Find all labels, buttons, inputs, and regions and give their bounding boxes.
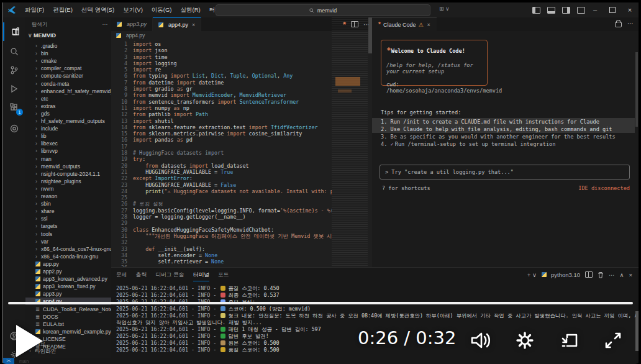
customize-layout-icon[interactable] bbox=[577, 7, 585, 14]
git-branch[interactable]: main bbox=[19, 359, 29, 363]
fullscreen-icon[interactable] bbox=[600, 327, 626, 353]
toggle-primary-sidebar-icon[interactable] bbox=[532, 7, 540, 14]
explorer-item[interactable]: ›targets bbox=[25, 222, 111, 230]
claude-input[interactable]: > Try "create a util logging.py that..." bbox=[380, 165, 630, 180]
explorer-item[interactable]: ›.gradio bbox=[25, 42, 111, 50]
explorer-item[interactable]: app.py bbox=[25, 260, 111, 268]
explorer-item[interactable]: ›libnvvp bbox=[25, 147, 111, 155]
panel-tab[interactable]: 포트 bbox=[218, 268, 229, 281]
tip-item: 3. Be as specific as you would with anot… bbox=[372, 133, 635, 140]
explorer-item[interactable]: ›man bbox=[25, 155, 111, 163]
search-view-icon[interactable] bbox=[3, 42, 25, 61]
panel-more-icon[interactable]: ⋯ bbox=[609, 271, 615, 278]
terminal-scrollbar[interactable] bbox=[635, 311, 639, 351]
code-line: 32 bbox=[111, 239, 332, 245]
extensions-icon[interactable]: 1 bbox=[3, 98, 25, 117]
settings-icon[interactable] bbox=[512, 327, 538, 353]
explorer-item[interactable]: ›cmake bbox=[25, 57, 111, 65]
panel-tab[interactable]: 출력 bbox=[136, 268, 147, 281]
code-area[interactable]: 1import os2import json3import time4impor… bbox=[111, 41, 332, 267]
editor-tab[interactable]: app3.py bbox=[111, 17, 153, 31]
split-terminal-icon[interactable] bbox=[585, 271, 593, 278]
claude-terminal[interactable]: *Welcome to Claude Code! /help for help,… bbox=[372, 31, 639, 267]
explorer-item[interactable]: ›share bbox=[25, 207, 111, 215]
menu-item[interactable]: 이동(G) bbox=[147, 6, 176, 13]
remote-tool-icon[interactable] bbox=[3, 119, 25, 138]
lock-icon[interactable] bbox=[615, 22, 622, 27]
explorer-item[interactable]: ›memvid_outputs bbox=[25, 163, 111, 170]
close-panel-icon[interactable]: × bbox=[629, 271, 632, 278]
explorer-item[interactable]: ›hf_safety_memvid_outputs bbox=[25, 117, 111, 125]
explorer-item[interactable]: ›x86_64-conda-linux-gnu bbox=[25, 253, 111, 260]
volume-icon[interactable] bbox=[467, 327, 493, 353]
menu-item[interactable]: 보기(V) bbox=[119, 6, 147, 13]
explorer-item[interactable]: ›sbin bbox=[25, 200, 111, 207]
menu-item[interactable]: 실행(R) bbox=[176, 6, 205, 13]
explorer-item[interactable]: ›var bbox=[25, 238, 111, 245]
explorer-item[interactable]: app3_korean_fixed.py bbox=[25, 283, 111, 290]
explorer-more-icon[interactable]: ⋯ bbox=[102, 21, 108, 29]
explorer-item[interactable]: ›compiler_compat bbox=[25, 65, 111, 72]
command-center-search[interactable]: memvid bbox=[216, 4, 430, 16]
trash-icon[interactable] bbox=[598, 271, 604, 278]
maximize-panel-icon[interactable]: ∧ bbox=[619, 271, 624, 278]
explorer-item[interactable]: ›compute-sanitizer bbox=[25, 72, 111, 80]
explorer-item[interactable]: ›tools bbox=[25, 230, 111, 238]
editor-group[interactable]: app3.pyapp4.py× * ⋯ app4.py 1import os2i… bbox=[111, 17, 372, 267]
menu-item[interactable]: 파일(F) bbox=[20, 6, 48, 13]
play-button[interactable] bbox=[16, 325, 43, 357]
explorer-item[interactable]: app3_korean_advanced.py bbox=[25, 275, 111, 283]
panel-tab[interactable]: 문제 bbox=[116, 268, 127, 281]
source-control-icon[interactable] bbox=[3, 61, 25, 80]
claude-more-icon[interactable]: ⋯ bbox=[627, 20, 634, 27]
claude-scrollbar[interactable] bbox=[635, 52, 638, 127]
explorer-icon[interactable] bbox=[3, 22, 27, 41]
explorer-item[interactable]: ›libexec bbox=[25, 140, 111, 147]
menu-item[interactable]: 편집(E) bbox=[48, 6, 77, 13]
profile-dropdown-icon[interactable]: ⊞ ∨ bbox=[439, 6, 450, 12]
panel-tab[interactable]: 터미널 bbox=[193, 268, 209, 281]
ide-status: IDE disconnected bbox=[578, 185, 630, 191]
file-icon: ≣ bbox=[35, 306, 41, 313]
minimap[interactable] bbox=[332, 17, 368, 267]
explorer-item[interactable]: ›lib bbox=[25, 132, 111, 140]
explorer-item[interactable]: ›gds bbox=[25, 110, 111, 117]
video-progress-bar[interactable] bbox=[8, 302, 633, 304]
explorer-item[interactable]: ≣CUDA_Toolkit_Release_Notes.txt bbox=[25, 306, 111, 313]
explorer-root[interactable]: ∨MEMVID bbox=[28, 32, 111, 39]
explorer-item[interactable]: ›ssl bbox=[25, 215, 111, 222]
explorer-item[interactable]: ›conda-meta bbox=[25, 80, 111, 88]
tab-close-icon[interactable]: × bbox=[192, 22, 195, 28]
toggle-secondary-sidebar-icon[interactable] bbox=[562, 7, 570, 14]
chevron-right-icon: › bbox=[35, 140, 41, 147]
explorer-item[interactable]: ›enhanced_hf_safety_memvid_outp... bbox=[25, 88, 111, 95]
explorer-item[interactable]: ›nsight-compute-2024.1.1 bbox=[25, 170, 111, 178]
run-debug-icon[interactable] bbox=[3, 80, 25, 98]
remote-indicator[interactable]: >< bbox=[3, 358, 14, 364]
menu-item[interactable]: 선택 영역(S) bbox=[77, 6, 119, 13]
code-line: 16import pandas as pd bbox=[111, 137, 332, 143]
explorer-item[interactable]: ≣DOCS bbox=[25, 313, 111, 321]
explorer-item[interactable]: ›reason bbox=[25, 193, 111, 200]
explorer-item[interactable]: ›nvvm bbox=[25, 185, 111, 193]
explorer-item[interactable]: ›bin bbox=[25, 50, 111, 57]
panel-tab[interactable]: 디버그 콘솔 bbox=[155, 268, 184, 281]
restore-button[interactable] bbox=[604, 2, 621, 17]
minimize-button[interactable]: – bbox=[586, 2, 604, 17]
explorer-item[interactable]: ›x86_64-conda_cos7-linux-gnu bbox=[25, 245, 111, 253]
explorer-item[interactable]: ›nsightee_plugins bbox=[25, 178, 111, 185]
toggle-panel-icon[interactable] bbox=[547, 7, 555, 14]
breadcrumb[interactable]: app4.py bbox=[116, 32, 145, 39]
explorer-item[interactable]: app2.py bbox=[25, 268, 111, 275]
explorer-item[interactable]: app3.py bbox=[25, 290, 111, 298]
explorer-item[interactable]: ›include bbox=[25, 125, 111, 132]
explorer-item[interactable]: ›extras bbox=[25, 102, 111, 110]
claude-tab-close-icon[interactable]: × bbox=[427, 22, 430, 28]
claude-tab[interactable]: * Claude Code ⚠ × bbox=[372, 17, 437, 32]
picture-in-picture-icon[interactable] bbox=[557, 327, 583, 353]
explorer-item[interactable]: ›etc bbox=[25, 95, 111, 102]
close-button[interactable]: × bbox=[621, 2, 639, 17]
terminal-shell-label[interactable]: python3.10 bbox=[542, 271, 580, 278]
new-terminal-icon[interactable]: + ∨ bbox=[527, 271, 537, 278]
editor-tab[interactable]: app4.py× bbox=[153, 17, 201, 32]
